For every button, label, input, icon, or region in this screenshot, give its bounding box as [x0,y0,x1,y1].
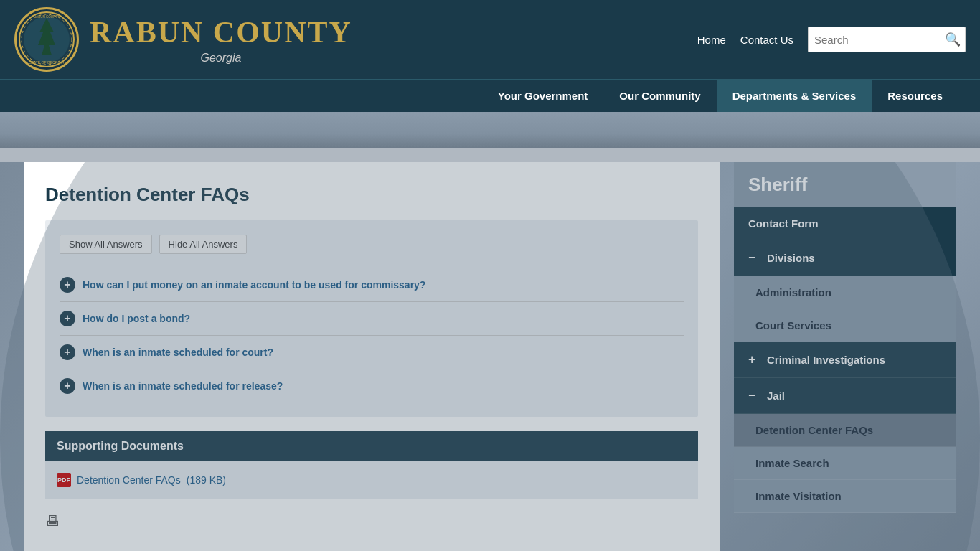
header-nav: Home Contact Us [697,34,793,46]
main-navigation: Your Government Our Community Department… [0,79,980,112]
faq-section: Show All Answers Hide All Answers + How … [45,220,698,417]
sidebar-item-criminal-investigations[interactable]: + Criminal Investigations [734,342,956,378]
faq-expand-icon: + [60,378,75,394]
faq-controls: Show All Answers Hide All Answers [60,235,684,254]
site-subtitle: Georgia [90,51,352,65]
nav-our-community[interactable]: Our Community [603,80,716,112]
sidebar-item-label: Court Services [755,319,831,331]
sidebar-item-inmate-visitation[interactable]: Inmate Visitation [734,480,956,513]
nav-your-government[interactable]: Your Government [482,80,604,112]
faq-item[interactable]: + How do I post a bond? [60,302,684,336]
search-box: 🔍 [808,27,966,52]
faq-expand-icon: + [60,311,75,326]
svg-text:STATE OF GEORGIA: STATE OF GEORGIA [29,60,65,65]
sidebar-item-label: Contact Form [748,217,819,230]
sidebar-title: Sheriff [734,162,956,207]
header-right: Home Contact Us 🔍 [697,27,966,52]
sidebar: Sheriff Contact Form − Divisions Adminis… [734,162,956,513]
nav-resources[interactable]: Resources [872,80,958,112]
doc-name: Detention Center FAQs [77,474,181,486]
print-button[interactable]: 🖶 [45,513,698,529]
hero-strip [0,112,980,148]
sidebar-item-inmate-search[interactable]: Inmate Search [734,447,956,480]
sidebar-item-label: Divisions [767,252,815,264]
header-left: STATE OF GEORGIA RABUN COUNTY RABUN COUN… [14,7,352,72]
sidebar-item-label: Inmate Search [755,457,829,469]
search-input[interactable] [814,34,943,46]
page-title: Detention Center FAQs [45,184,698,206]
faq-question: When is an inmate scheduled for release? [83,380,283,392]
sidebar-item-label: Criminal Investigations [767,354,885,366]
svg-text:RABUN COUNTY: RABUN COUNTY [34,15,60,19]
faq-expand-icon: + [60,277,75,293]
sidebar-item-court-services[interactable]: Court Services [734,309,956,342]
site-logo: STATE OF GEORGIA RABUN COUNTY [14,7,79,72]
sidebar-item-label: Inmate Visitation [755,490,842,502]
site-header: STATE OF GEORGIA RABUN COUNTY RABUN COUN… [0,0,980,112]
sidebar-collapse-icon: − [748,388,760,403]
faq-question: How can I put money on an inmate account… [83,279,425,291]
page-wrapper: Detention Center FAQs Show All Answers H… [9,162,971,551]
sidebar-item-administration[interactable]: Administration [734,276,956,309]
faq-item[interactable]: + How can I put money on an inmate accou… [60,268,684,302]
sidebar-item-divisions[interactable]: − Divisions [734,240,956,276]
nav-departments[interactable]: Departments & Services [717,80,872,112]
search-button[interactable]: 🔍 [943,30,962,49]
site-title: RABUN COUNTY Georgia [90,14,352,65]
pdf-icon: PDF [57,473,71,487]
faq-expand-icon: + [60,344,75,360]
show-all-answers-button[interactable]: Show All Answers [60,235,152,254]
faq-item[interactable]: + When is an inmate scheduled for releas… [60,369,684,402]
supporting-docs: Supporting Documents PDF Detention Cente… [45,431,698,499]
supporting-docs-body: PDF Detention Center FAQs (189 KB) [45,461,698,499]
home-link[interactable]: Home [697,34,726,46]
faq-question: When is an inmate scheduled for court? [83,347,273,358]
doc-size: (189 KB) [187,474,226,486]
sidebar-item-label: Jail [767,390,785,402]
faq-item[interactable]: + When is an inmate scheduled for court? [60,336,684,369]
sidebar-item-detention-center-faqs[interactable]: Detention Center FAQs [734,414,956,447]
sidebar-expand-icon: + [748,352,760,367]
sidebar-item-contact-form[interactable]: Contact Form [734,207,956,240]
site-name: RABUN COUNTY [90,14,352,50]
contact-us-link[interactable]: Contact Us [740,34,793,46]
sidebar-collapse-icon: − [748,250,760,265]
doc-link[interactable]: PDF Detention Center FAQs (189 KB) [57,473,687,487]
main-content: Detention Center FAQs Show All Answers H… [24,162,720,551]
supporting-docs-header: Supporting Documents [45,431,698,461]
sidebar-item-label: Administration [755,286,831,298]
page-background: Detention Center FAQs Show All Answers H… [0,162,980,551]
faq-question: How do I post a bond? [83,313,190,324]
sidebar-item-label: Detention Center FAQs [755,424,873,436]
hide-all-answers-button[interactable]: Hide All Answers [159,235,248,254]
sidebar-item-jail[interactable]: − Jail [734,378,956,414]
